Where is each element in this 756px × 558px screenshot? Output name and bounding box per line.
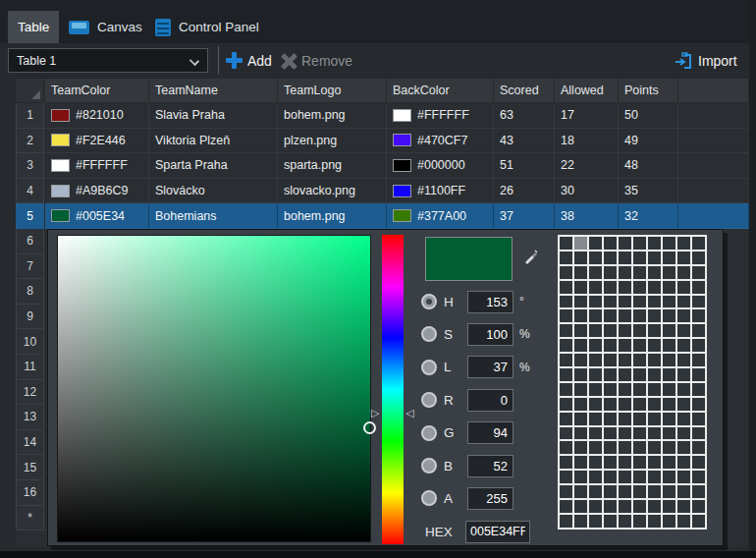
- swatch-cell[interactable]: [648, 281, 661, 294]
- saturation-value-square[interactable]: [57, 235, 371, 542]
- scored-cell[interactable]: 43: [494, 129, 555, 154]
- swatch-cell[interactable]: [633, 281, 646, 294]
- swatch-cell[interactable]: [560, 266, 572, 279]
- swatch-cell[interactable]: [677, 237, 690, 250]
- swatch-cell[interactable]: [633, 413, 646, 425]
- swatch-cell[interactable]: [619, 456, 631, 469]
- scored-cell[interactable]: 51: [494, 153, 555, 179]
- teamcolor-cell[interactable]: #A9B6C9: [45, 179, 149, 204]
- swatch-cell[interactable]: [604, 251, 617, 264]
- radio-h[interactable]: [421, 294, 437, 309]
- s-input[interactable]: [467, 323, 513, 346]
- column-header-teamcolor[interactable]: TeamColor: [45, 79, 149, 103]
- swatch-cell[interactable]: [633, 398, 646, 411]
- row-header-14[interactable]: 14: [16, 430, 44, 456]
- swatch-cell[interactable]: [633, 500, 646, 513]
- swatch-cell[interactable]: [633, 296, 646, 308]
- swatch-cell[interactable]: [677, 281, 690, 294]
- swatch-cell[interactable]: [574, 368, 587, 381]
- radio-r[interactable]: [421, 392, 437, 408]
- allowed-cell[interactable]: 38: [555, 203, 619, 229]
- swatch-cell[interactable]: [560, 413, 572, 425]
- swatch-cell[interactable]: [589, 368, 602, 381]
- l-input[interactable]: [467, 356, 513, 378]
- swatch-cell[interactable]: [677, 339, 690, 352]
- swatch-cell[interactable]: [560, 354, 572, 366]
- row-header-5[interactable]: 5: [16, 203, 44, 229]
- swatch-cell[interactable]: [633, 456, 646, 469]
- swatch-cell[interactable]: [692, 398, 705, 411]
- swatch-cell[interactable]: [604, 441, 617, 454]
- swatch-cell[interactable]: [663, 471, 675, 483]
- swatch-cell[interactable]: [692, 471, 705, 483]
- swatch-cell[interactable]: [677, 383, 690, 396]
- row-header-9[interactable]: 9: [16, 305, 44, 330]
- empty-cell[interactable]: [678, 179, 749, 204]
- swatch-cell[interactable]: [619, 485, 631, 498]
- swatch-cell[interactable]: [648, 339, 661, 352]
- hue-indicator-left-icon[interactable]: ▷: [371, 408, 379, 418]
- swatch-cell[interactable]: [663, 296, 675, 308]
- column-header-allowed[interactable]: Allowed: [555, 79, 619, 103]
- swatch-cell[interactable]: [604, 281, 617, 294]
- swatch-cell[interactable]: [574, 266, 587, 279]
- swatch-cell[interactable]: [589, 354, 602, 366]
- swatch-cell[interactable]: [648, 413, 661, 425]
- swatch-cell[interactable]: [663, 427, 675, 440]
- swatch-cell[interactable]: [589, 339, 602, 352]
- swatch-cell[interactable]: [589, 251, 602, 264]
- swatch-cell[interactable]: [574, 441, 587, 454]
- tab-control-panel[interactable]: Control Panel: [145, 11, 269, 43]
- swatch-cell[interactable]: [648, 324, 661, 337]
- swatch-cell[interactable]: [589, 500, 602, 513]
- swatch-cell[interactable]: [604, 427, 617, 440]
- swatch-cell[interactable]: [677, 266, 690, 279]
- swatch-cell[interactable]: [663, 413, 675, 425]
- swatch-cell[interactable]: [677, 398, 690, 411]
- swatch-cell[interactable]: [663, 456, 675, 469]
- swatch-cell[interactable]: [663, 281, 675, 294]
- teamlogo-cell[interactable]: plzen.png: [278, 129, 387, 154]
- swatch-cell[interactable]: [560, 309, 572, 322]
- swatch-cell[interactable]: [560, 485, 572, 498]
- swatch-cell[interactable]: [677, 500, 690, 513]
- swatch-cell[interactable]: [677, 309, 690, 322]
- swatch-cell[interactable]: [633, 339, 646, 352]
- swatch-cell[interactable]: [604, 413, 617, 425]
- swatch-cell[interactable]: [589, 309, 602, 322]
- swatch-cell[interactable]: [604, 324, 617, 337]
- swatch-cell[interactable]: [619, 251, 631, 264]
- swatch-cell[interactable]: [648, 309, 661, 322]
- swatch-cell[interactable]: [619, 383, 631, 396]
- swatch-cell[interactable]: [648, 368, 661, 381]
- swatch-cell[interactable]: [589, 471, 602, 483]
- backcolor-cell[interactable]: #377A00: [387, 203, 494, 229]
- swatch-cell[interactable]: [574, 427, 587, 440]
- swatch-cell[interactable]: [692, 296, 705, 308]
- swatch-cell[interactable]: [692, 354, 705, 366]
- teamcolor-cell[interactable]: #F2E446: [45, 129, 149, 154]
- column-header-backcolor[interactable]: BackColor: [387, 79, 494, 103]
- swatch-cell[interactable]: [574, 324, 587, 337]
- remove-button[interactable]: Remove: [281, 48, 352, 73]
- swatch-cell[interactable]: [633, 383, 646, 396]
- swatch-cell[interactable]: [663, 441, 675, 454]
- swatch-cell[interactable]: [604, 383, 617, 396]
- column-header-teamlogo[interactable]: TeamLogo: [278, 79, 387, 103]
- swatch-cell[interactable]: [574, 354, 587, 366]
- swatch-cell[interactable]: [633, 368, 646, 381]
- swatch-cell[interactable]: [560, 237, 572, 250]
- swatch-cell[interactable]: [589, 237, 602, 250]
- radio-l[interactable]: [421, 360, 437, 375]
- row-header-3[interactable]: 3: [16, 153, 44, 179]
- row-header-15[interactable]: 15: [16, 455, 44, 480]
- swatch-cell[interactable]: [692, 251, 705, 264]
- swatch-cell[interactable]: [560, 441, 572, 454]
- teamname-cell[interactable]: Bohemians: [149, 203, 278, 229]
- swatch-cell[interactable]: [648, 266, 661, 279]
- swatch-cell[interactable]: [560, 427, 572, 440]
- swatch-cell[interactable]: [648, 383, 661, 396]
- swatch-cell[interactable]: [663, 354, 675, 366]
- swatch-cell[interactable]: [692, 309, 705, 322]
- radio-s[interactable]: [421, 326, 437, 342]
